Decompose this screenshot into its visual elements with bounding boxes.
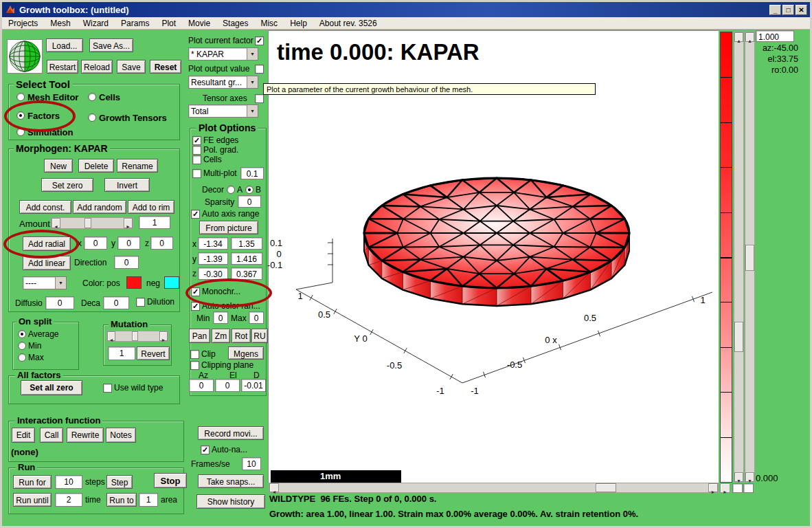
axis-x-min-field[interactable]: -1.34: [198, 237, 228, 250]
amount-slider[interactable]: [51, 217, 133, 229]
set-zero-button[interactable]: Set zero: [41, 178, 93, 192]
plot-horizontal-scrollbar[interactable]: [269, 483, 719, 493]
decor-b-radio[interactable]: [245, 186, 253, 194]
notes-button[interactable]: Notes: [106, 428, 136, 443]
axis-y-max-field[interactable]: 1.416: [231, 252, 262, 265]
menu-item[interactable]: Params: [115, 19, 155, 28]
maximize-button[interactable]: □: [782, 5, 794, 15]
auto-name-checkbox[interactable]: [201, 446, 210, 454]
colorbar[interactable]: [720, 32, 732, 483]
mesh-3d-plot[interactable]: [269, 31, 719, 483]
zoom-button[interactable]: Zm: [212, 329, 230, 343]
monochrome-checkbox[interactable]: [191, 287, 200, 296]
run-to-button[interactable]: Run to: [106, 493, 137, 507]
invert-button[interactable]: Invert: [104, 178, 150, 192]
amount-field[interactable]: 1: [139, 216, 170, 229]
record-movie-button[interactable]: Record movi...: [198, 426, 264, 440]
plot-output-value-checkbox[interactable]: [255, 65, 264, 74]
menu-item[interactable]: Misc: [254, 19, 284, 28]
min-radio[interactable]: [18, 342, 26, 350]
color-max-field[interactable]: 0: [249, 311, 264, 324]
radial-y-field[interactable]: 0: [117, 236, 140, 250]
add-radial-button[interactable]: Add radial: [23, 236, 71, 251]
axis-y-min-field[interactable]: -1.39: [198, 252, 228, 265]
rewrite-button[interactable]: Rewrite: [67, 428, 104, 443]
growth-tensors-radio[interactable]: [88, 113, 96, 122]
frames-field[interactable]: 10: [242, 457, 261, 470]
call-button[interactable]: Call: [40, 428, 63, 443]
menu-item[interactable]: Movie: [182, 19, 216, 28]
menu-item[interactable]: Plot: [155, 19, 182, 28]
preset-dropdown[interactable]: ----: [23, 276, 67, 289]
add-random-button[interactable]: Add random: [73, 200, 126, 214]
add-to-rim-button[interactable]: Add to rim: [128, 200, 174, 214]
show-history-button[interactable]: Show history: [196, 494, 265, 509]
time-field[interactable]: 2: [55, 493, 82, 507]
factor-dropdown[interactable]: * KAPAR: [188, 47, 258, 60]
steps-field[interactable]: 10: [55, 475, 82, 489]
multi-plot-checkbox[interactable]: [192, 169, 201, 178]
area-field[interactable]: 1: [139, 493, 158, 507]
auto-axis-range-checkbox[interactable]: [191, 210, 200, 219]
close-button[interactable]: ✕: [796, 5, 807, 15]
plot-canvas[interactable]: time 0.000: KAPAR 1mm 10.5Y 0-0.5-1-1-0.…: [268, 30, 719, 483]
set-all-zero-button[interactable]: Set all zero: [21, 380, 82, 395]
step-button[interactable]: Step: [106, 475, 133, 489]
cells-radio[interactable]: [88, 93, 96, 101]
title-bar[interactable]: Growth toolbox: (untitled) _ □ ✕: [2, 2, 810, 17]
reset-button[interactable]: Reset: [150, 60, 181, 74]
sparsity-field[interactable]: 0: [238, 195, 261, 208]
save-button[interactable]: Save: [117, 60, 146, 74]
stop-button[interactable]: Stop: [154, 473, 187, 488]
decor-a-radio[interactable]: [227, 186, 235, 194]
restart-button[interactable]: Restart: [47, 60, 78, 74]
minimize-button[interactable]: _: [769, 5, 781, 15]
add-linear-button[interactable]: Add linear: [23, 256, 71, 270]
output-dropdown[interactable]: Resultant gr...: [188, 76, 258, 89]
clipping-plane-checkbox[interactable]: [190, 361, 199, 370]
menu-item[interactable]: About rev. 3526: [313, 19, 383, 28]
el-field[interactable]: 0: [215, 379, 240, 392]
menu-item[interactable]: Mesh: [44, 19, 76, 28]
mutation-slider[interactable]: [106, 331, 168, 342]
radial-x-field[interactable]: 0: [84, 236, 107, 250]
d-field[interactable]: -0.01: [241, 379, 266, 392]
menu-item[interactable]: Wizard: [77, 19, 115, 28]
colorbar-expand-button[interactable]: [720, 483, 730, 493]
average-radio[interactable]: [18, 330, 26, 338]
pos-color-swatch[interactable]: [126, 276, 142, 289]
run-for-button[interactable]: Run for: [13, 475, 52, 489]
rotate-up-button[interactable]: RU: [251, 329, 268, 343]
simulation-radio[interactable]: [16, 128, 25, 136]
rename-button[interactable]: Rename: [117, 159, 158, 173]
axis-z-min-field[interactable]: -0.30: [198, 267, 228, 280]
use-wild-type-checkbox[interactable]: [103, 384, 112, 393]
max-radio[interactable]: [18, 353, 26, 362]
diffusion-field[interactable]: 0: [45, 296, 74, 309]
colorbar-box-2[interactable]: [743, 483, 754, 493]
dilution-checkbox[interactable]: [136, 298, 145, 307]
plot-current-factor-checkbox[interactable]: [255, 36, 264, 45]
color-min-field[interactable]: 0: [213, 311, 228, 324]
edit-button[interactable]: Edit: [12, 428, 35, 443]
axis-z-max-field[interactable]: 0.367: [231, 267, 262, 280]
menu-item[interactable]: Help: [284, 19, 313, 28]
pol-grad-checkbox[interactable]: [192, 146, 201, 155]
tensor-dropdown[interactable]: Total: [188, 104, 258, 118]
cells-checkbox[interactable]: [192, 155, 201, 164]
mutation-field[interactable]: 1: [108, 346, 135, 360]
fe-edges-checkbox[interactable]: [192, 136, 201, 145]
run-until-button[interactable]: Run until: [13, 493, 52, 507]
neg-color-swatch[interactable]: [164, 276, 179, 289]
take-snapshot-button[interactable]: Take snaps...: [198, 474, 264, 488]
mesh-editor-radio[interactable]: [16, 93, 25, 101]
multi-plot-field[interactable]: 0.1: [240, 167, 264, 179]
clip-checkbox[interactable]: [190, 350, 199, 359]
axis-x-max-field[interactable]: 1.35: [231, 237, 262, 250]
rotate-button[interactable]: Rot: [232, 329, 251, 343]
colorbar-min-scrollbar[interactable]: [745, 32, 755, 483]
new-button[interactable]: New: [44, 159, 73, 173]
menu-item[interactable]: Stages: [216, 19, 254, 28]
revert-button[interactable]: Revert: [137, 346, 170, 360]
save-as-button[interactable]: Save As...: [89, 38, 133, 52]
